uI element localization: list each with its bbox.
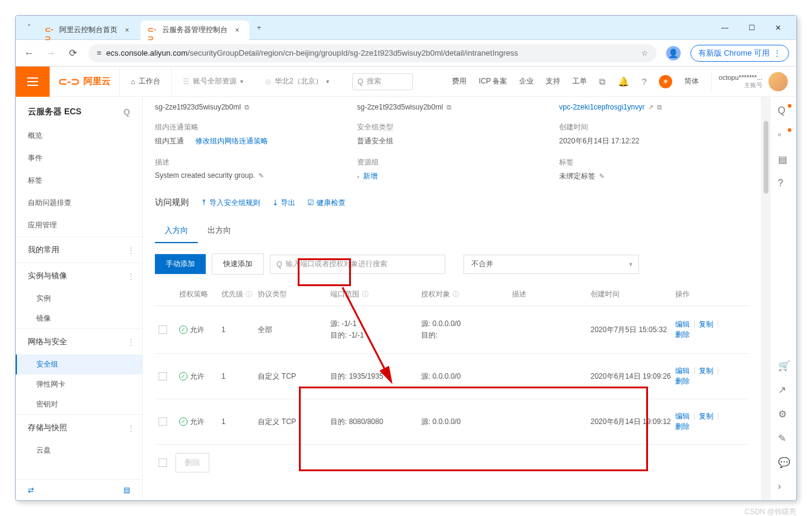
language-switch[interactable]: 简体 (684, 76, 699, 87)
swap-icon[interactable]: ⇄ (28, 486, 34, 494)
menu-button[interactable] (16, 67, 50, 97)
help-icon[interactable]: ⓘ (246, 290, 252, 299)
export-rules-button[interactable]: ⤓导出 (272, 198, 295, 208)
expand-icon[interactable]: › (778, 481, 789, 492)
maximize-icon[interactable]: ☐ (743, 19, 760, 36)
rules-search-input[interactable]: Q 输入端口或者授权对象进行搜索 (270, 255, 445, 274)
gear-icon[interactable]: ⚙ (778, 408, 789, 419)
copy-action[interactable]: 复制 (699, 319, 713, 330)
new-tab-button[interactable]: + (250, 19, 267, 36)
close-icon[interactable]: × (122, 25, 132, 35)
sidebar-group-storage[interactable]: 存储与快照 ⋮ (16, 414, 142, 440)
sidebar-item-eni[interactable]: 弹性网卡 (16, 374, 142, 394)
bell-icon[interactable]: 🔔 (618, 76, 629, 87)
forward-icon[interactable]: → (45, 47, 57, 59)
api-icon[interactable]: ▤ (778, 154, 789, 165)
cart-icon[interactable]: 🛒 (778, 360, 789, 371)
import-rules-button[interactable]: ⤒导入安全组规则 (201, 198, 260, 208)
edit-action[interactable]: 编辑 (675, 366, 690, 376)
nav-link-ticket[interactable]: 工单 (572, 76, 587, 87)
header-search[interactable]: Q 搜索 (352, 73, 413, 90)
cloudshell-icon[interactable]: ⧉ (599, 76, 606, 87)
edit-icon[interactable]: ✎ (258, 172, 264, 180)
reload-icon[interactable]: ⟳ (67, 47, 79, 59)
sidebar-group-favorites[interactable]: 我的常用 ⋮ (16, 237, 142, 263)
help-icon[interactable]: ? (778, 178, 789, 189)
share-icon[interactable]: ↗ (778, 384, 789, 395)
update-chrome-button[interactable]: 有新版 Chrome 可用 ⋮ (690, 45, 789, 62)
help-icon[interactable]: ⓘ (362, 290, 368, 299)
sidebar-item-events[interactable]: 事件 (16, 147, 142, 169)
merge-select[interactable]: 不合并 (463, 255, 639, 274)
sidebar-group-instance[interactable]: 实例与镜像 ⋮ (16, 263, 142, 289)
scrollbar[interactable] (761, 97, 770, 500)
chat-icon[interactable]: 💬 (778, 457, 789, 468)
back-icon[interactable]: ← (23, 47, 35, 59)
account-scope-dropdown[interactable]: ☰ 账号全部资源 ▾ (172, 76, 254, 87)
copy-icon[interactable]: ⧉ (657, 103, 662, 111)
delete-action[interactable]: 删除 (675, 422, 690, 432)
user-menu[interactable]: octopu*******... 主账号 (711, 72, 788, 91)
sidebar-item-instance[interactable]: 实例 (16, 289, 142, 309)
edit-icon[interactable]: ✎ (778, 433, 789, 443)
url-field[interactable]: ≡ ecs.console.aliyun.com/securityGroupDe… (88, 44, 656, 62)
region-dropdown[interactable]: ◎ 华北2（北京） ▾ (254, 76, 340, 87)
scroll-thumb[interactable] (764, 121, 768, 194)
vpc-link[interactable]: vpc-2zeki1cepfrosgi1ynvyr (559, 103, 644, 111)
tab-egress[interactable]: 出方向 (198, 219, 241, 243)
edit-policy-link[interactable]: 修改组内网络连通策略 (195, 136, 268, 146)
add-resource-link[interactable]: 新增 (363, 171, 378, 181)
help-icon[interactable]: ⓘ (453, 290, 459, 299)
delete-selected-button[interactable]: 删除 (175, 453, 209, 472)
sidebar-item-image[interactable]: 镜像 (16, 309, 142, 328)
more-icon[interactable]: ⋮ (127, 272, 135, 281)
nav-link-enterprise[interactable]: 企业 (519, 76, 534, 87)
minimize-icon[interactable]: — (716, 19, 733, 36)
close-icon[interactable]: × (232, 25, 242, 35)
browser-tab[interactable]: ⊂-⊃ 云服务器管理控制台 × (140, 21, 249, 40)
sidebar-item-securitygroup[interactable]: 安全组 (16, 354, 142, 374)
sidebar-item-keypair[interactable]: 密钥对 (16, 394, 142, 414)
quick-add-button[interactable]: 快速添加 (212, 253, 264, 275)
tab-ingress[interactable]: 入方向 (155, 219, 198, 243)
star-icon[interactable]: ☆ (641, 49, 648, 57)
book-icon[interactable]: ▫ (778, 129, 789, 140)
edit-action[interactable]: 编辑 (675, 411, 690, 422)
edit-action[interactable]: 编辑 (675, 319, 690, 330)
copy-icon[interactable]: ⧉ (244, 103, 249, 111)
add-rule-button[interactable]: 手动添加 (155, 254, 206, 274)
edit-icon[interactable]: ✎ (599, 172, 604, 180)
row-checkbox[interactable] (159, 417, 167, 426)
copy-action[interactable]: 复制 (699, 366, 713, 376)
copy-icon[interactable]: ⧉ (447, 103, 451, 111)
nav-link-fee[interactable]: 费用 (452, 76, 467, 87)
collapse-icon[interactable]: ▤ (123, 486, 130, 494)
sidebar-item-disk[interactable]: 云盘 (16, 440, 142, 460)
apps-icon[interactable]: ✶ (659, 75, 672, 88)
row-checkbox[interactable] (159, 372, 167, 380)
chevron-down-icon[interactable]: ˅ (21, 19, 38, 36)
select-all-checkbox[interactable] (159, 459, 167, 467)
copy-action[interactable]: 复制 (699, 411, 713, 422)
profile-icon[interactable]: 👤 (666, 46, 681, 60)
site-info-icon[interactable]: ≡ (97, 48, 102, 57)
sidebar-item-overview[interactable]: 概览 (16, 125, 142, 147)
help-icon[interactable]: ? (641, 76, 646, 87)
brand-logo[interactable]: ⊂-⊃ 阿里云 (50, 67, 120, 96)
sidebar-item-apps[interactable]: 应用管理 (16, 214, 142, 237)
browser-tab[interactable]: ⊂-⊃ 阿里云控制台首页 × (38, 21, 139, 40)
nav-link-support[interactable]: 支持 (546, 76, 560, 87)
search-icon[interactable]: Q (778, 105, 789, 116)
search-icon[interactable]: Q (123, 107, 130, 117)
row-checkbox[interactable] (159, 325, 167, 334)
sidebar-group-network[interactable]: 网络与安全 ⋮ (16, 328, 142, 354)
close-icon[interactable]: ✕ (770, 19, 787, 36)
delete-action[interactable]: 删除 (675, 330, 690, 340)
nav-link-icp[interactable]: ICP 备案 (479, 76, 507, 87)
more-icon[interactable]: ⋮ (127, 423, 135, 433)
delete-action[interactable]: 删除 (675, 376, 690, 387)
more-icon[interactable]: ⋮ (127, 246, 135, 255)
workbench-link[interactable]: ⌂ 工作台 (120, 67, 172, 96)
external-icon[interactable]: ↗ (648, 103, 653, 111)
sidebar-item-selfcheck[interactable]: 自助问题排查 (16, 192, 142, 214)
